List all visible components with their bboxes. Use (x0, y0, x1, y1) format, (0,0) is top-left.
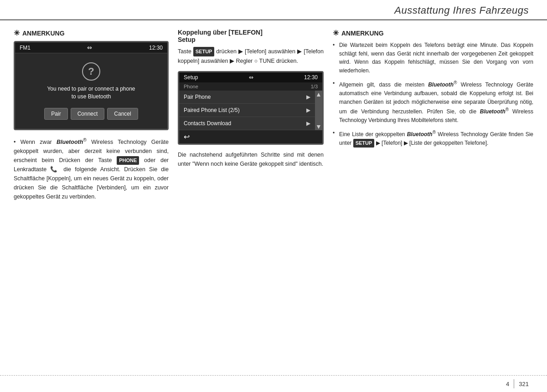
bullet-item-3: Eine Liste der gekoppelten Bluetooth® Wi… (333, 129, 533, 148)
page-footer: 4 321 (0, 375, 547, 392)
arrow-right-icon: ▶ (306, 94, 310, 100)
screen-message: You need to pair or connect a phone to u… (47, 85, 135, 101)
arrow-right-icon: ▶ (306, 107, 310, 113)
bluetooth-screen-mockup: FM1 ⇔ 12:30 ? You need to pair or connec… (14, 41, 169, 130)
right-anmerkung-label: ANMERKUNG (341, 30, 384, 37)
menu-item-pair-phone[interactable]: Pair Phone ▶ (179, 91, 315, 104)
screen-message-line2: to use Bluetooth (72, 93, 111, 100)
menu-item-paired-phone-list[interactable]: Paired Phone List (2/5) ▶ (179, 104, 315, 117)
menu-item-label: Paired Phone List (2/5) (184, 107, 240, 113)
setup-time-label: 12:30 (304, 74, 318, 81)
page-header: Ausstattung Ihres Fahrzeugs (0, 0, 547, 20)
menu-item-label: Contacts Download (184, 120, 231, 127)
screen-message-line1: You need to pair or connect a phone (47, 86, 135, 92)
page-number-value: 321 (519, 381, 529, 387)
bullet-text-2: Allgemein gilt, dass die meisten Bluetoo… (339, 81, 533, 123)
bluetooth-brand: Bluetooth (57, 139, 83, 145)
bullet-item-1: Die Wartezeit beim Koppeln des Telefons … (333, 41, 533, 75)
scroll-up-icon[interactable]: ▲ (315, 91, 322, 98)
mid-description-text: Die nachstehend aufgeführten Schritte si… (178, 150, 324, 168)
right-column: ✳ ANMERKUNG Die Wartezeit beim Koppeln d… (333, 29, 533, 205)
screen-body: ? You need to pair or connect a phone to… (15, 53, 167, 129)
setup-menu-row: Pair Phone ▶ Paired Phone List (2/5) ▶ C… (179, 91, 322, 130)
mid-column: Koppelung über [TELEFON] Setup Taste SET… (178, 29, 324, 205)
taste-description: Taste SETUP drücken ▶ [Telefon] auswähle… (178, 47, 324, 66)
arrow-right-icon: ▶ (306, 120, 310, 127)
scroll-down-icon[interactable]: ▼ (315, 123, 322, 130)
pair-button[interactable]: Pair (44, 108, 67, 120)
connect-button[interactable]: Connect (71, 108, 105, 120)
cancel-button[interactable]: Cancel (107, 108, 138, 120)
bullet-text-1: Die Wartezeit beim Koppeln des Telefons … (339, 42, 533, 74)
usb-icon: ⇔ (87, 44, 92, 51)
setup-menu-items: Pair Phone ▶ Paired Phone List (2/5) ▶ C… (179, 91, 315, 130)
setup-phone-label: Phone (184, 84, 198, 89)
setup-topbar: Setup ⇔ 12:30 (179, 72, 322, 82)
screen-buttons-row: Pair Connect Cancel (44, 108, 138, 120)
setup-screen-mockup: Setup ⇔ 12:30 Phone 1/3 Pair Phone ▶ Pai… (178, 71, 324, 145)
main-content: ✳ ANMERKUNG FM1 ⇔ 12:30 ? You need to pa… (0, 29, 547, 205)
back-arrow-icon[interactable]: ↩ (184, 132, 190, 141)
menu-item-contacts-download[interactable]: Contacts Download ▶ (179, 117, 315, 130)
setup-subtitle-bar: Phone 1/3 (179, 82, 322, 91)
phone-badge: PHONE (117, 156, 139, 165)
right-anmerkung-header: ✳ ANMERKUNG (333, 29, 533, 37)
setup-badge-taste: SETUP (193, 47, 215, 56)
mid-heading-line1: Koppelung über [TELEFON] (178, 29, 263, 36)
call-icon: 📞 (50, 166, 60, 173)
left-anmerkung-label: ANMERKUNG (22, 30, 65, 37)
setup-page-indicator: 1/3 (311, 84, 318, 89)
left-paragraph: • Wenn zwar Bluetooth® Wireless Technolo… (14, 137, 169, 202)
setup-scrollbar[interactable]: ▲ ▼ (315, 91, 322, 130)
bullet-item-2: Allgemein gilt, dass die meisten Bluetoo… (333, 79, 533, 124)
menu-item-label: Pair Phone (184, 94, 211, 100)
mid-heading-line2: Setup (178, 36, 196, 43)
setup-badge-right: SETUP (353, 139, 375, 148)
screen-source-label: FM1 (20, 45, 31, 51)
bullet-text-3: Eine Liste der gekoppelten Bluetooth® Wi… (339, 131, 533, 146)
mid-section-heading: Koppelung über [TELEFON] Setup (178, 29, 324, 43)
page-title: Ausstattung Ihres Fahrzeugs (394, 5, 529, 16)
left-column: ✳ ANMERKUNG FM1 ⇔ 12:30 ? You need to pa… (14, 29, 169, 205)
asterisk-icon: ✳ (14, 29, 20, 37)
setup-title-label: Setup (184, 74, 198, 81)
setup-back-bar: ↩ (179, 130, 322, 143)
page-divider (514, 379, 514, 388)
left-body-text: • Wenn zwar Bluetooth® Wireless Technolo… (14, 137, 169, 202)
left-anmerkung-header: ✳ ANMERKUNG (14, 29, 169, 37)
right-bullet-list: Die Wartezeit beim Koppeln des Telefons … (333, 41, 533, 148)
setup-usb-icon: ⇔ (249, 74, 253, 81)
screen-topbar: FM1 ⇔ 12:30 (15, 42, 167, 53)
page-number: 4 321 (506, 379, 529, 388)
right-asterisk-icon: ✳ (333, 29, 339, 37)
question-circle-icon: ? (82, 62, 100, 81)
screen-time-label: 12:30 (149, 45, 163, 51)
page-section-number: 4 (506, 381, 509, 387)
